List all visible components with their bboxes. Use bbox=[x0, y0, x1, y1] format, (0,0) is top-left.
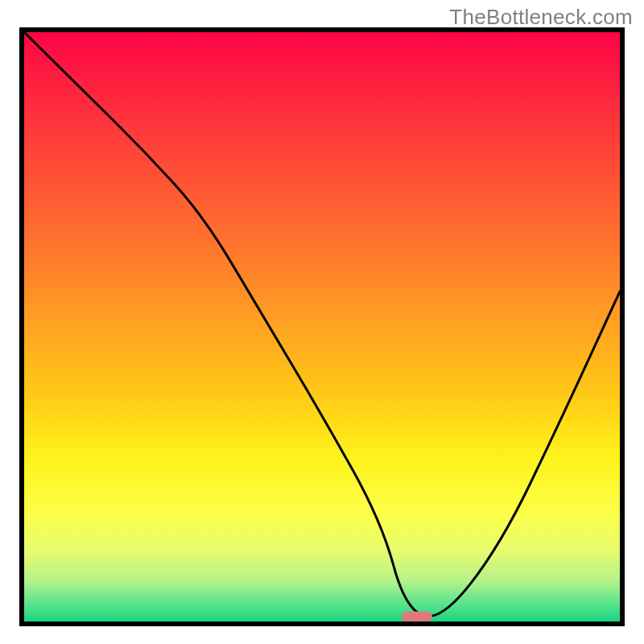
plot-area bbox=[19, 27, 625, 626]
chart-container: TheBottleneck.com bbox=[0, 0, 644, 644]
watermark-text: TheBottleneck.com bbox=[449, 5, 633, 30]
bottleneck-curve bbox=[24, 32, 620, 621]
optimal-point-marker bbox=[402, 612, 432, 622]
